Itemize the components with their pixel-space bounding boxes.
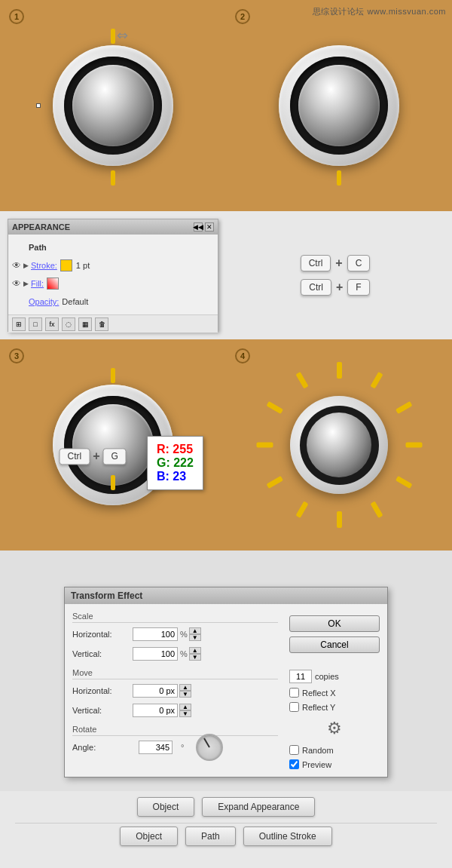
random-row: Random <box>289 745 380 755</box>
scale-v-row: Vertical: % ▲ ▼ <box>72 646 278 662</box>
fx-icon[interactable]: fx <box>45 317 59 331</box>
ray-5 <box>370 501 383 518</box>
btn-row-1: Object Expand Appearance <box>0 797 452 817</box>
ray-9 <box>257 443 273 448</box>
appearance-panel: APPEARANCE ◀◀ ✕ Path 👁 ▶ Stroke: 1 pt <box>8 219 218 332</box>
rays-container <box>256 362 422 528</box>
panel-1: 1 ⇔ <box>0 0 226 211</box>
move-v-down[interactable]: ▼ <box>179 710 191 717</box>
reflect-y-label: Reflect Y <box>302 703 335 712</box>
settings-gear-icon[interactable]: ⚙ <box>324 718 345 739</box>
stroke-label[interactable]: Stroke: <box>31 261 57 270</box>
stroke-color-swatch[interactable] <box>60 259 72 271</box>
trash-icon[interactable]: 🗑 <box>95 317 108 331</box>
scale-h-down[interactable]: ▼ <box>189 634 201 641</box>
angle-dial[interactable] <box>196 734 223 761</box>
c-key[interactable]: C <box>347 255 371 271</box>
arrow-icon: ▶ <box>23 262 29 269</box>
expand-appearance-button[interactable]: Expand Appearance <box>202 797 315 817</box>
g-key[interactable]: G <box>103 448 127 465</box>
scale-v-input[interactable] <box>133 647 178 661</box>
panel-collapse-btn[interactable]: ◀◀ <box>194 222 203 232</box>
preview-label: Preview <box>302 760 331 769</box>
random-checkbox[interactable] <box>289 745 299 755</box>
appearance-content: Path 👁 ▶ Stroke: 1 pt 👁 ▶ Fill: <box>8 235 218 314</box>
object-button-1[interactable]: Object <box>137 797 195 817</box>
knob-outer-ring-1 <box>53 45 173 166</box>
reflect-y-checkbox[interactable] <box>289 702 299 712</box>
move-h-input[interactable] <box>133 684 178 698</box>
ray-8 <box>266 476 283 489</box>
move-v-input[interactable] <box>133 704 178 717</box>
reflect-x-row: Reflect X <box>289 688 380 698</box>
ctrl-key-f[interactable]: Ctrl <box>301 279 331 296</box>
layers-icon[interactable]: ⊞ <box>12 317 26 331</box>
indicator-top-3 <box>111 368 115 383</box>
middle-row: APPEARANCE ◀◀ ✕ Path 👁 ▶ Stroke: 1 pt <box>0 211 452 339</box>
angle-label: Angle: <box>72 743 133 752</box>
grid-icon[interactable]: ▦ <box>78 317 92 331</box>
fill-label[interactable]: Fill: <box>31 279 44 288</box>
knob-silver-4 <box>307 413 371 477</box>
dialog-container: Transform Effect Scale Horizontal: % ▲ ▼ <box>0 573 452 791</box>
move-h-label: Horizontal: <box>72 686 133 695</box>
scale-v-stepper[interactable]: ▲ ▼ <box>189 647 201 661</box>
bottom-panels-row: 3 Ctrl + G 4 <box>0 339 452 573</box>
outline-stroke-button[interactable]: Outline Stroke <box>243 827 332 846</box>
opacity-value: Default <box>62 297 88 306</box>
ray-0 <box>337 362 342 379</box>
rotate-section-header: Rotate <box>72 725 278 736</box>
angle-unit: ° <box>181 743 184 752</box>
stroke-row: 👁 ▶ Stroke: 1 pt <box>12 256 214 275</box>
rgb-g-value: G: 222 <box>157 456 194 470</box>
stroke-icon[interactable]: □ <box>29 317 42 331</box>
panel-close-btn[interactable]: ✕ <box>205 222 214 232</box>
move-v-row: Vertical: ▲ ▼ <box>72 702 278 719</box>
move-v-stepper[interactable]: ▲ ▼ <box>179 704 191 717</box>
move-h-up[interactable]: ▲ <box>179 684 191 691</box>
ray-6 <box>337 511 342 528</box>
scale-h-input[interactable] <box>133 627 178 641</box>
ctrl-c-shortcut: Ctrl + C <box>301 255 371 271</box>
scale-h-up[interactable]: ▲ <box>189 627 201 634</box>
ctrl-key-c[interactable]: Ctrl <box>301 255 331 271</box>
bottom-buttons-section: Object Expand Appearance Object Path Out… <box>0 791 452 858</box>
eye-bottom-icon[interactable]: ◌ <box>62 317 75 331</box>
fill-row: 👁 ▶ Fill: <box>12 275 214 293</box>
object-button-2[interactable]: Object <box>120 827 178 846</box>
preview-checkbox[interactable] <box>289 759 299 769</box>
indicator-bottom-2 <box>337 170 341 186</box>
appearance-title: APPEARANCE <box>12 222 70 232</box>
eye-icon: 👁 <box>12 260 21 271</box>
rgb-popup: R: 255 G: 222 B: 23 <box>147 436 203 490</box>
scale-v-up[interactable]: ▲ <box>189 647 201 654</box>
fill-color-swatch[interactable] <box>47 278 59 290</box>
move-h-stepper[interactable]: ▲ ▼ <box>179 684 191 698</box>
opacity-label[interactable]: Opacity: <box>29 297 59 306</box>
shortcuts-panel: Ctrl + C Ctrl + F <box>218 211 452 339</box>
knob-silver-3 <box>72 404 154 486</box>
dialog-body: Scale Horizontal: % ▲ ▼ Vertical: % <box>65 604 387 777</box>
reflect-x-checkbox[interactable] <box>289 688 299 698</box>
title-controls[interactable]: ◀◀ ✕ <box>194 222 214 232</box>
copies-input[interactable] <box>289 670 312 683</box>
angle-input[interactable] <box>139 741 173 754</box>
scale-v-down[interactable]: ▼ <box>189 654 201 661</box>
move-v-up[interactable]: ▲ <box>179 704 191 710</box>
f-key[interactable]: F <box>347 279 369 296</box>
path-label: Path <box>12 243 47 252</box>
plus-3: + <box>93 449 99 463</box>
cancel-button[interactable]: Cancel <box>289 636 380 653</box>
btn-row-2: Object Path Outline Stroke <box>0 827 452 846</box>
move-v-label: Vertical: <box>72 706 133 715</box>
ray-11 <box>295 372 308 389</box>
rgb-b-value: B: 23 <box>157 470 194 483</box>
stroke-weight: 1 pt <box>76 261 90 270</box>
move-h-down[interactable]: ▼ <box>179 691 191 698</box>
path-button[interactable]: Path <box>185 827 236 846</box>
scale-h-stepper[interactable]: ▲ ▼ <box>189 627 201 641</box>
knob-silver-2 <box>298 65 380 146</box>
ray-3 <box>406 443 423 448</box>
ok-button[interactable]: OK <box>289 615 380 632</box>
ctrl-key-g[interactable]: Ctrl <box>60 448 90 465</box>
